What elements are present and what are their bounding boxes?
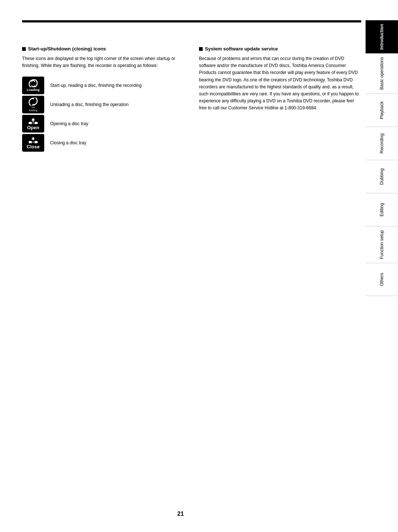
right-column: System software update service Because o… (199, 46, 361, 152)
sidebar-tab-basic-operations-label: Basic operations (379, 57, 384, 90)
title-bullet (22, 47, 26, 51)
unloading-description: Unloading a disc, finishing the operatio… (50, 101, 129, 108)
svg-marker-3 (31, 118, 35, 120)
svg-point-2 (33, 122, 34, 123)
unloading-icon-row: Un loading Unloading a disc, finishing t… (22, 96, 184, 113)
left-section-title: Start-up/Shutdown (closing) icons (22, 46, 184, 52)
open-label: Open (27, 125, 39, 130)
loading-icon-box: Loading (22, 77, 44, 94)
sidebar-tab-recording[interactable]: Recording (366, 127, 398, 160)
loading-label: Loading (27, 88, 40, 92)
sidebar-tab-others[interactable]: Others (366, 263, 398, 296)
sidebar-tab-function-setup-label: Function setup (379, 230, 384, 259)
right-title-bullet (199, 47, 203, 51)
close-icon-box: Close (22, 134, 44, 152)
loading-icon-row: Loading Start-up, reading a disc, finish… (22, 77, 184, 94)
sidebar-tab-editing[interactable]: Editing (366, 193, 398, 226)
open-description: Opening a disc tray (50, 120, 88, 127)
sidebar-tab-introduction-label: Introduction (379, 24, 384, 50)
open-icon-row: Open Opening a disc tray (22, 115, 184, 133)
unloading-label-line1: Un (32, 106, 35, 109)
close-description: Closing a disc tray (50, 140, 86, 146)
page-number: 21 (0, 511, 361, 517)
svg-marker-9 (31, 138, 35, 140)
loading-description: Start-up, reading a disc, finishing the … (50, 82, 142, 89)
close-icon-row: Close Closing a disc tray (22, 134, 184, 152)
sidebar-tab-others-label: Others (379, 273, 384, 286)
sidebar-tab-playback[interactable]: Playback (366, 94, 398, 127)
right-section-body: Because of problems and errors that can … (199, 55, 361, 112)
svg-point-7 (33, 141, 34, 142)
svg-rect-8 (33, 137, 34, 138)
unloading-icon-box: Un loading (22, 96, 44, 113)
unloading-label-line2: loading (29, 109, 38, 112)
sidebar-tab-dubbing-label: Dubbing (379, 168, 384, 185)
sidebar-tab-function-setup[interactable]: Function setup (366, 226, 398, 263)
right-sidebar: Introduction Basic operations Playback R… (366, 20, 398, 514)
left-column: Start-up/Shutdown (closing) icons These … (22, 46, 184, 152)
svg-rect-4 (33, 120, 34, 122)
icons-area: Loading Start-up, reading a disc, finish… (22, 77, 184, 152)
sidebar-tab-basic-operations[interactable]: Basic operations (366, 53, 398, 94)
main-content: Start-up/Shutdown (closing) icons These … (22, 20, 361, 174)
sidebar-tab-recording-label: Recording (379, 133, 384, 154)
close-label: Close (27, 144, 39, 149)
open-icon-box: Open (22, 115, 44, 133)
sidebar-tab-editing-label: Editing (379, 203, 384, 216)
left-section-body: These icons are displayed at the top rig… (22, 55, 184, 69)
right-section-title: System software update service (199, 46, 361, 52)
sidebar-tab-dubbing[interactable]: Dubbing (366, 160, 398, 193)
sidebar-tab-introduction[interactable]: Introduction (366, 20, 398, 53)
sidebar-tab-playback-label: Playback (379, 101, 384, 119)
